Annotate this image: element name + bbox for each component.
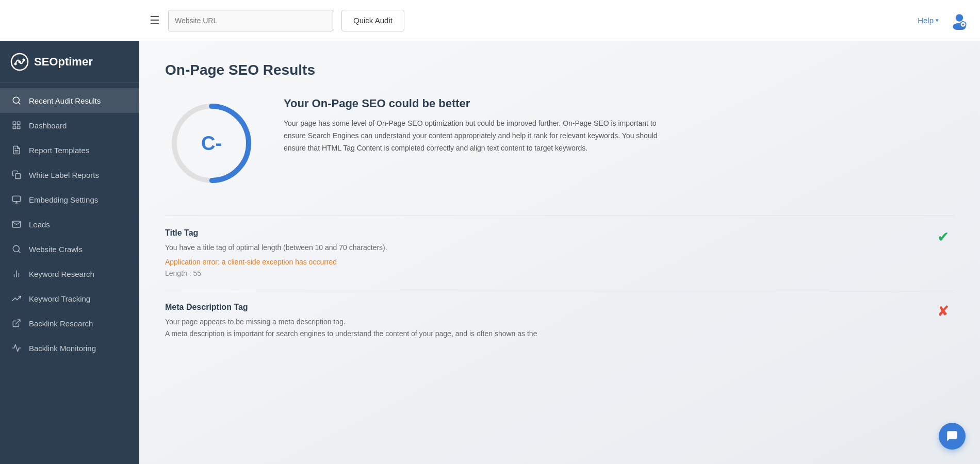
user-avatar[interactable]: + [949,10,970,31]
audit-item-title-tag: Title Tag You have a title tag of optima… [165,216,954,290]
logo-icon [10,53,29,71]
sidebar-item-report-templates[interactable]: Report Templates [0,138,139,162]
sidebar: SEOptimer Recent Audit Results Dashboard [0,41,139,464]
score-description: Your page has some level of On-Page SEO … [284,118,671,154]
sidebar-item-backlink-monitoring[interactable]: Backlink Monitoring [0,336,139,360]
svg-point-7 [19,61,21,63]
top-header: ☰ Quick Audit Help ▾ + [0,0,980,41]
search-circle-icon [11,244,22,254]
svg-rect-12 [18,122,20,124]
sidebar-item-keyword-tracking[interactable]: Keyword Tracking [0,286,139,311]
svg-rect-17 [15,174,21,179]
svg-line-26 [16,320,20,324]
layout: SEOptimer Recent Audit Results Dashboard [0,41,980,464]
help-button[interactable]: Help ▾ [918,16,939,25]
trending-icon [11,293,22,304]
sidebar-item-website-crawls[interactable]: Website Crawls [0,237,139,261]
audit-meta-desc-title: Meta Description Tag [165,303,954,312]
sidebar-item-white-label[interactable]: White Label Reports [0,162,139,187]
chart-line-icon [11,343,22,353]
envelope-icon [11,219,22,229]
quick-audit-button[interactable]: Quick Audit [341,10,404,31]
svg-point-6 [14,63,17,65]
logo-text: SEOptimer [34,55,93,69]
audit-title-tag-error: Application error: a client-side excepti… [165,258,954,266]
bar-chart-icon [11,269,22,279]
chat-icon [945,429,959,443]
hamburger-button[interactable]: ☰ [150,14,160,27]
chat-bubble-button[interactable] [939,423,966,450]
sidebar-item-recent-audit[interactable]: Recent Audit Results [0,88,139,113]
sidebar-item-backlink-research[interactable]: Backlink Research [0,311,139,336]
embed-icon [11,194,22,205]
score-grade: C- [201,132,222,155]
svg-rect-13 [18,126,20,129]
page-title: On-Page SEO Results [165,62,954,78]
audit-title-tag-meta: Length : 55 [165,269,954,277]
score-circle: C- [165,97,258,190]
sidebar-item-leads[interactable]: Leads [0,212,139,237]
score-heading: Your On-Page SEO could be better [284,97,954,110]
sidebar-item-keyword-research[interactable]: Keyword Research [0,261,139,286]
audit-item-meta-description: Meta Description Tag Your page appears t… [165,290,954,352]
svg-rect-11 [13,122,15,124]
audit-meta-desc-desc: Your page appears to be missing a meta d… [165,316,954,328]
svg-rect-18 [13,196,21,202]
grid-icon [11,120,22,130]
search-icon [11,95,22,106]
svg-line-10 [18,102,20,104]
svg-rect-14 [13,126,15,129]
audit-title-tag-title: Title Tag [165,228,954,238]
file-edit-icon [11,145,22,155]
chevron-down-icon: ▾ [936,17,939,24]
svg-point-8 [23,59,25,61]
copy-icon [11,170,22,180]
score-text: Your On-Page SEO could be better Your pa… [284,97,954,154]
audit-title-tag-status: ✔ [937,228,949,245]
external-link-icon [11,318,22,328]
audit-meta-desc-extra: A meta description is important for sear… [165,328,954,340]
svg-point-0 [956,14,963,21]
header-right: Help ▾ + [918,10,970,31]
audit-meta-desc-status: ✘ [937,303,949,320]
sidebar-item-embedding[interactable]: Embedding Settings [0,187,139,212]
svg-line-22 [18,251,20,252]
sidebar-item-dashboard[interactable]: Dashboard [0,113,139,138]
url-input[interactable] [168,10,333,31]
main-content: On-Page SEO Results C- Your On-Page SEO … [139,41,980,464]
sidebar-nav: Recent Audit Results Dashboard Report Te… [0,83,139,366]
audit-title-tag-desc: You have a title tag of optimal length (… [165,242,954,254]
sidebar-logo: SEOptimer [0,41,139,83]
score-section: C- Your On-Page SEO could be better Your… [165,97,954,190]
svg-text:+: + [962,22,965,27]
